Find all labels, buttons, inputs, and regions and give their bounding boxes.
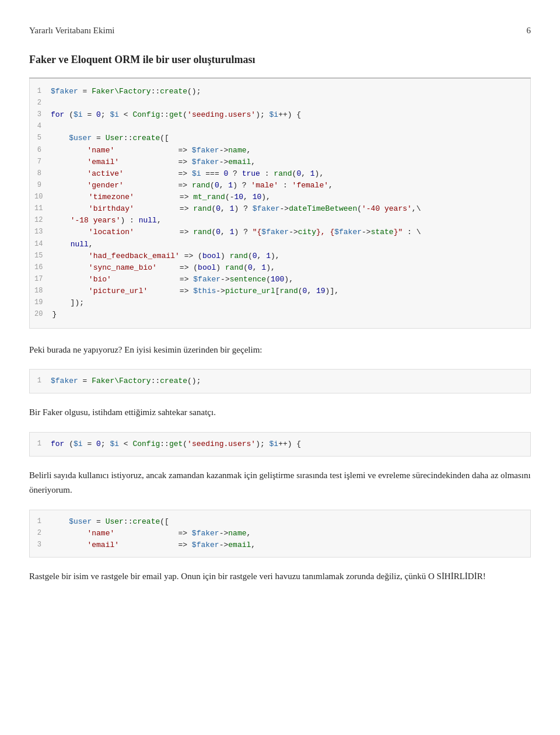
code-line: 14 null, <box>30 239 530 250</box>
code-block-4: 1 $user = User::create([ 2 'name' => $fa… <box>29 510 531 558</box>
code-line: 7 'email' => $faker->email, <box>30 156 530 168</box>
page-header: Yararlı Veritabanı Ekimi 6 <box>29 23 531 37</box>
code-line: 2 <box>30 97 530 109</box>
code-block-1: 1 $faker = Faker\Factory::create(); 2 3 … <box>29 78 531 329</box>
code-line: 18 'picture_url' => $this->picture_url[r… <box>30 285 530 297</box>
code-line: 12 '-18 years') : null, <box>30 215 530 227</box>
code-line: 17 'bio' => $faker->sentence(100), <box>30 274 530 285</box>
code-line: 1 $user = User::create([ <box>34 516 526 528</box>
page-number: 6 <box>527 23 531 37</box>
code-line: 1 $faker = Faker\Factory::create(); <box>30 86 530 97</box>
code-line: 9 'gender' => rand(0, 1) ? 'male' : 'fem… <box>30 180 530 191</box>
prose-paragraph-4: Rastgele bir isim ve rastgele bir email … <box>29 569 531 584</box>
code-line: 11 'birthday' => rand(0, 1) ? $faker->da… <box>30 203 530 215</box>
prose-paragraph-3: Belirli sayıda kullanıcı istiyoruz, anca… <box>29 468 531 498</box>
page-title: Yararlı Veritabanı Ekimi <box>29 23 115 37</box>
code-line: 2 'name' => $faker->name, <box>34 528 526 539</box>
code-line: 8 'active' => $i === 0 ? true : rand(0, … <box>30 168 530 180</box>
prose-paragraph-1: Peki burada ne yapıyoruz? En iyisi kesim… <box>29 343 531 358</box>
section-heading: Faker ve Eloquent ORM ile bir user oluşt… <box>29 51 531 68</box>
code-line: 1 for ($i = 0; $i < Config::get('seeding… <box>34 438 526 450</box>
code-block-3: 1 for ($i = 0; $i < Config::get('seeding… <box>29 432 531 457</box>
code-line: 10 'timezone' => mt_rand(-10, 10), <box>30 191 530 203</box>
code-line: 15 'had_feedback_email' => (bool) rand(0… <box>30 250 530 262</box>
code-line: 3 for ($i = 0; $i < Config::get('seeding… <box>30 109 530 121</box>
code-line: 4 <box>30 121 530 133</box>
code-block-2: 1 $faker = Faker\Factory::create(); <box>29 369 531 393</box>
code-line: 5 $user = User::create([ <box>30 133 530 144</box>
code-line: 19 ]); <box>30 297 530 309</box>
code-line: 3 'email' => $faker->email, <box>34 539 526 551</box>
prose-paragraph-2: Bir Faker olgusu, istihdam ettiğimiz sah… <box>29 405 531 420</box>
code-line: 6 'name' => $faker->name, <box>30 145 530 156</box>
code-line: 13 'location' => rand(0, 1) ? "{$faker->… <box>30 227 530 238</box>
code-line: 1 $faker = Faker\Factory::create(); <box>34 375 526 387</box>
code-line: 16 'sync_name_bio' => (bool) rand(0, 1), <box>30 262 530 274</box>
code-line: 20 } <box>30 309 530 321</box>
